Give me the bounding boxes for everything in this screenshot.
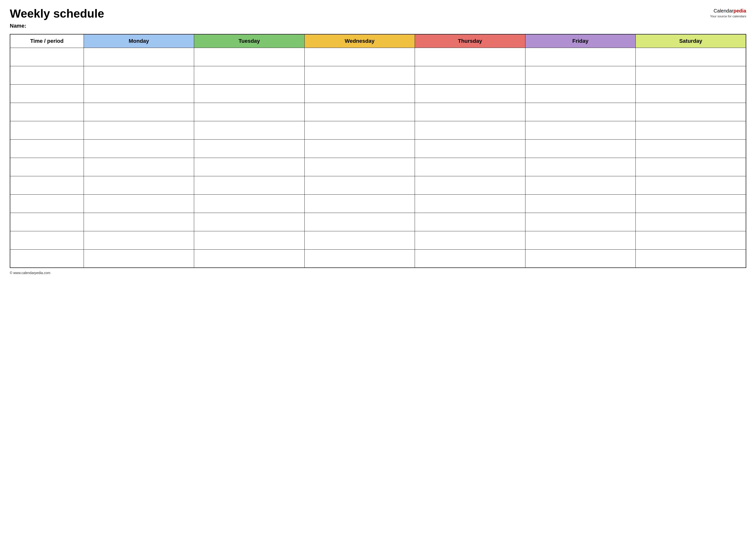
time-cell[interactable]	[10, 85, 84, 103]
time-cell[interactable]	[10, 213, 84, 231]
schedule-cell[interactable]	[415, 195, 526, 213]
schedule-cell[interactable]	[415, 121, 526, 140]
schedule-cell[interactable]	[84, 121, 194, 140]
table-row	[10, 103, 746, 121]
schedule-cell[interactable]	[194, 176, 305, 195]
schedule-cell[interactable]	[636, 66, 746, 85]
schedule-cell[interactable]	[84, 85, 194, 103]
schedule-cell[interactable]	[415, 85, 526, 103]
table-row	[10, 66, 746, 85]
schedule-cell[interactable]	[415, 66, 526, 85]
schedule-cell[interactable]	[305, 195, 415, 213]
schedule-cell[interactable]	[84, 48, 194, 66]
time-cell[interactable]	[10, 66, 84, 85]
table-row	[10, 231, 746, 250]
schedule-cell[interactable]	[415, 176, 526, 195]
schedule-cell[interactable]	[525, 140, 636, 158]
schedule-cell[interactable]	[525, 231, 636, 250]
schedule-cell[interactable]	[84, 213, 194, 231]
schedule-cell[interactable]	[305, 250, 415, 268]
schedule-cell[interactable]	[194, 231, 305, 250]
schedule-cell[interactable]	[525, 121, 636, 140]
schedule-cell[interactable]	[415, 250, 526, 268]
schedule-cell[interactable]	[415, 231, 526, 250]
schedule-cell[interactable]	[525, 85, 636, 103]
brand-name: Calendarpedia	[710, 7, 746, 14]
schedule-cell[interactable]	[525, 213, 636, 231]
schedule-cell[interactable]	[194, 158, 305, 176]
schedule-cell[interactable]	[415, 158, 526, 176]
schedule-cell[interactable]	[194, 213, 305, 231]
col-header-thursday: Thursday	[415, 34, 526, 48]
schedule-cell[interactable]	[525, 66, 636, 85]
schedule-cell[interactable]	[636, 213, 746, 231]
schedule-cell[interactable]	[194, 48, 305, 66]
schedule-cell[interactable]	[525, 103, 636, 121]
schedule-cell[interactable]	[194, 103, 305, 121]
schedule-cell[interactable]	[194, 85, 305, 103]
schedule-cell[interactable]	[415, 213, 526, 231]
schedule-cell[interactable]	[305, 140, 415, 158]
schedule-cell[interactable]	[305, 176, 415, 195]
schedule-cell[interactable]	[84, 195, 194, 213]
schedule-cell[interactable]	[525, 158, 636, 176]
schedule-cell[interactable]	[305, 66, 415, 85]
schedule-cell[interactable]	[636, 85, 746, 103]
schedule-cell[interactable]	[84, 176, 194, 195]
schedule-cell[interactable]	[636, 103, 746, 121]
schedule-cell[interactable]	[636, 195, 746, 213]
brand-pedia-text: pedia	[734, 8, 746, 13]
schedule-cell[interactable]	[194, 121, 305, 140]
time-cell[interactable]	[10, 176, 84, 195]
schedule-cell[interactable]	[84, 158, 194, 176]
schedule-cell[interactable]	[305, 158, 415, 176]
schedule-cell[interactable]	[415, 48, 526, 66]
table-header-row: Time / period Monday Tuesday Wednesday T…	[10, 34, 746, 48]
schedule-cell[interactable]	[525, 48, 636, 66]
table-row	[10, 195, 746, 213]
schedule-cell[interactable]	[525, 195, 636, 213]
schedule-cell[interactable]	[636, 140, 746, 158]
schedule-cell[interactable]	[636, 121, 746, 140]
time-cell[interactable]	[10, 103, 84, 121]
schedule-cell[interactable]	[525, 250, 636, 268]
schedule-cell[interactable]	[305, 231, 415, 250]
table-row	[10, 176, 746, 195]
schedule-cell[interactable]	[636, 231, 746, 250]
schedule-cell[interactable]	[84, 66, 194, 85]
schedule-cell[interactable]	[636, 48, 746, 66]
table-row	[10, 158, 746, 176]
time-cell[interactable]	[10, 250, 84, 268]
schedule-cell[interactable]	[636, 250, 746, 268]
table-row	[10, 85, 746, 103]
schedule-cell[interactable]	[84, 250, 194, 268]
schedule-cell[interactable]	[636, 176, 746, 195]
schedule-cell[interactable]	[194, 66, 305, 85]
schedule-cell[interactable]	[84, 103, 194, 121]
time-cell[interactable]	[10, 195, 84, 213]
time-cell[interactable]	[10, 140, 84, 158]
schedule-cell[interactable]	[305, 48, 415, 66]
table-row	[10, 48, 746, 66]
schedule-cell[interactable]	[194, 250, 305, 268]
schedule-cell[interactable]	[84, 231, 194, 250]
col-header-friday: Friday	[525, 34, 636, 48]
time-cell[interactable]	[10, 48, 84, 66]
schedule-cell[interactable]	[194, 195, 305, 213]
col-header-saturday: Saturday	[636, 34, 746, 48]
time-cell[interactable]	[10, 158, 84, 176]
time-cell[interactable]	[10, 121, 84, 140]
schedule-cell[interactable]	[305, 85, 415, 103]
schedule-cell[interactable]	[305, 103, 415, 121]
schedule-cell[interactable]	[305, 121, 415, 140]
schedule-cell[interactable]	[84, 140, 194, 158]
schedule-cell[interactable]	[415, 140, 526, 158]
table-row	[10, 140, 746, 158]
schedule-cell[interactable]	[415, 103, 526, 121]
schedule-cell[interactable]	[636, 158, 746, 176]
schedule-cell[interactable]	[194, 140, 305, 158]
schedule-cell[interactable]	[525, 176, 636, 195]
schedule-cell[interactable]	[305, 213, 415, 231]
time-cell[interactable]	[10, 231, 84, 250]
brand-logo: Calendarpedia Your source for calendars	[710, 7, 746, 18]
